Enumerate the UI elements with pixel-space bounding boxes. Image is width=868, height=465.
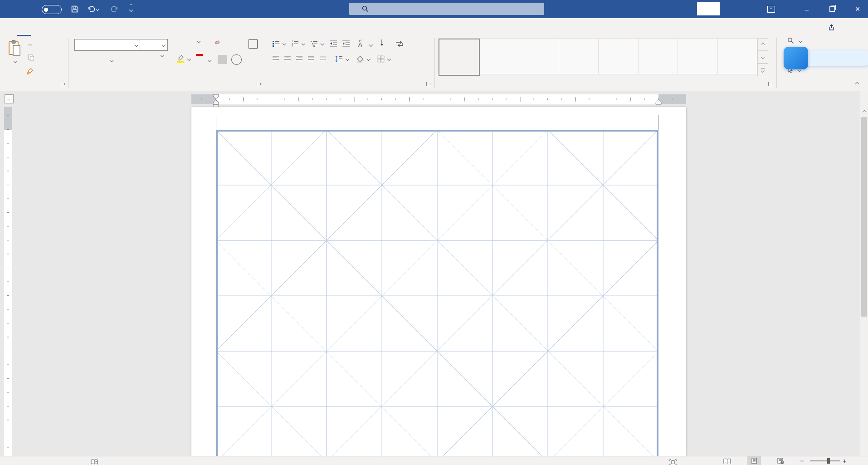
tab-layout[interactable] — [58, 18, 72, 36]
font-color-dropdown-icon[interactable] — [208, 59, 211, 62]
tab-home[interactable] — [17, 18, 31, 36]
show-hide-marks-button[interactable] — [395, 40, 404, 47]
bullets-button[interactable] — [272, 40, 286, 47]
group-divider — [776, 38, 777, 88]
group-divider — [68, 38, 68, 88]
paste-button[interactable] — [4, 38, 25, 77]
character-border-button[interactable] — [249, 39, 258, 49]
scroll-up-button[interactable] — [861, 108, 868, 116]
focus-mode-icon[interactable] — [669, 458, 677, 465]
character-shading-button[interactable] — [218, 55, 227, 64]
change-case-button[interactable] — [194, 40, 200, 43]
search-input[interactable] — [372, 5, 537, 13]
asian-layout-button[interactable]: ⇄ A — [358, 39, 362, 48]
format-painter-button[interactable] — [26, 68, 35, 75]
style-heading-1[interactable] — [519, 39, 559, 74]
shading-button[interactable] — [356, 55, 370, 63]
close-button[interactable]: × — [847, 0, 868, 18]
enclose-characters-button[interactable] — [231, 54, 242, 65]
style-emphasis[interactable] — [718, 39, 757, 74]
document-page[interactable] — [191, 107, 686, 456]
zoom-slider-thumb[interactable] — [827, 458, 830, 464]
tab-file[interactable] — [4, 18, 17, 36]
style-title[interactable] — [599, 39, 639, 74]
underline-dropdown-icon[interactable] — [110, 59, 113, 62]
tab-stop-selector[interactable]: ⌐ — [5, 94, 14, 103]
scrollbar-thumb[interactable] — [861, 117, 867, 317]
asian-layout-dropdown-icon[interactable] — [369, 43, 373, 47]
font-size-combo[interactable] — [140, 39, 168, 51]
font-dialog-launcher[interactable] — [257, 82, 261, 86]
web-layout-button[interactable] — [774, 456, 787, 465]
distribute-button[interactable] — [319, 55, 327, 62]
tab-help[interactable] — [126, 18, 140, 36]
copy-button[interactable] — [28, 54, 36, 61]
save-button[interactable] — [69, 4, 81, 15]
ribbon-display-options-button[interactable]: ˄ — [762, 0, 780, 18]
highlight-color-button[interactable] — [177, 54, 190, 63]
restore-button[interactable] — [822, 0, 843, 18]
chevron-down-icon — [799, 39, 802, 42]
font-name-combo[interactable] — [74, 39, 141, 51]
increase-indent-button[interactable] — [342, 40, 350, 47]
align-left-button[interactable] — [272, 55, 279, 62]
styles-more-button[interactable] — [757, 64, 768, 76]
redo-button[interactable] — [109, 4, 121, 15]
undo-button[interactable] — [87, 4, 99, 15]
style-heading-2[interactable] — [559, 39, 599, 74]
tab-review[interactable] — [99, 18, 112, 36]
cut-button[interactable]: ✂ — [28, 42, 34, 48]
line-spacing-button[interactable] — [335, 55, 349, 62]
multilevel-list-button[interactable] — [310, 40, 324, 47]
tab-design[interactable] — [44, 18, 58, 36]
horizontal-ruler[interactable] — [191, 93, 686, 107]
read-mode-button[interactable] — [720, 456, 734, 465]
decrease-indent-button[interactable] — [329, 40, 337, 47]
sort-button[interactable] — [378, 39, 384, 46]
text-effects-button[interactable] — [158, 54, 164, 57]
style-normal[interactable] — [439, 39, 480, 76]
clear-formatting-button[interactable] — [213, 40, 219, 44]
proofing-status-icon[interactable] — [91, 458, 98, 465]
align-right-button[interactable] — [296, 55, 303, 62]
font-color-button[interactable] — [196, 54, 203, 56]
styles-dialog-launcher[interactable] — [768, 82, 773, 86]
vertical-scrollbar[interactable] — [860, 91, 868, 456]
chevron-down-icon — [387, 57, 391, 61]
vertical-ruler[interactable] — [4, 107, 13, 456]
autosave-toggle[interactable] — [42, 5, 62, 14]
shrink-font-button[interactable]: ˇ — [180, 40, 184, 44]
cloud-app-icon[interactable] — [784, 47, 808, 69]
tab-insert[interactable] — [31, 18, 44, 36]
style-subtle-emphasis[interactable] — [678, 39, 718, 74]
redo-icon — [111, 5, 119, 13]
zoom-out-button[interactable]: − — [800, 456, 804, 465]
style-no-spacing[interactable] — [480, 39, 520, 74]
style-subtitle[interactable] — [639, 39, 678, 74]
sign-in-button[interactable] — [697, 2, 720, 15]
paragraph-dialog-launcher[interactable] — [426, 82, 431, 86]
search-box[interactable] — [349, 3, 544, 15]
margin-corner-mark — [200, 130, 214, 130]
tab-mailings[interactable] — [85, 18, 99, 36]
quick-access-customize-button[interactable] — [125, 4, 137, 15]
numbering-button[interactable]: 123 — [291, 40, 305, 47]
align-center-button[interactable] — [284, 55, 291, 62]
tab-references[interactable] — [72, 18, 85, 36]
zoom-slider-track[interactable] — [810, 460, 840, 461]
grow-font-button[interactable]: ˆ — [169, 40, 172, 44]
print-layout-button[interactable] — [747, 456, 761, 465]
tab-foxit-pdf[interactable] — [153, 18, 167, 36]
tab-calligraphy[interactable] — [140, 18, 153, 36]
clipboard-dialog-launcher[interactable] — [61, 82, 65, 86]
share-button[interactable] — [828, 22, 837, 33]
minimize-button[interactable]: – — [796, 0, 817, 18]
find-button[interactable] — [787, 37, 802, 44]
calligraphy-grid[interactable] — [216, 130, 658, 456]
borders-button[interactable] — [377, 55, 390, 63]
tab-view[interactable] — [112, 18, 126, 36]
justify-button[interactable] — [307, 55, 315, 62]
zoom-in-button[interactable]: + — [843, 456, 847, 465]
styles-scroll-down-button[interactable] — [757, 51, 768, 64]
styles-scroll-up-button[interactable] — [757, 38, 768, 51]
